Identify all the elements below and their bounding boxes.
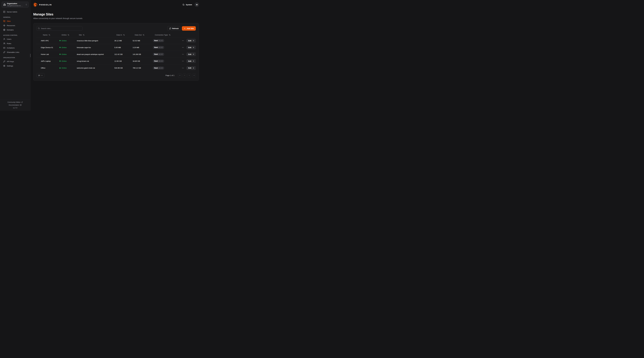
- column-label: Data In: [116, 34, 122, 36]
- row-menu-cell: [176, 53, 186, 56]
- arrow-right-icon: [192, 60, 194, 62]
- sidebar-footer: Community Edition Documentation v1.7.0: [0, 99, 30, 111]
- connection-type-cell: Newtv1.3.2: [153, 66, 176, 70]
- sidebar-item-resources[interactable]: Resources: [2, 24, 28, 27]
- sidebar-resize-handle[interactable]: [30, 54, 31, 57]
- sidebar-item-api-keys[interactable]: API Keys: [2, 60, 28, 63]
- page-size-select[interactable]: 20: [36, 73, 44, 78]
- toolbar-buttons: Refresh Add Site: [167, 26, 196, 31]
- server-icon: [3, 11, 5, 13]
- edit-button[interactable]: Edit: [186, 66, 196, 70]
- ellipsis-icon: [182, 40, 184, 42]
- edit-button[interactable]: Edit: [186, 52, 196, 56]
- sidebar-item-shareable-links[interactable]: Shareable Links: [2, 50, 28, 54]
- sidebar-item-label: Sites: [7, 20, 11, 22]
- globe-icon: [3, 29, 5, 31]
- edit-button[interactable]: Edit: [186, 39, 196, 42]
- sort-icon: [123, 34, 125, 36]
- row-menu-button[interactable]: [181, 53, 184, 56]
- combine-icon: [3, 20, 5, 22]
- topbar-right: System M: [182, 2, 199, 7]
- column-header-connection-type[interactable]: Connection Type: [153, 34, 176, 36]
- org-selector[interactable]: Organization milo@fossorial.io's ...: [2, 2, 28, 7]
- status-label: Online: [62, 53, 66, 55]
- connection-type-cell: Newtv1.3.2: [153, 39, 176, 42]
- ellipsis-icon: [182, 67, 184, 69]
- chevrons-left-icon: [179, 74, 181, 76]
- sort-icon: [68, 34, 69, 36]
- connection-name: Newt: [154, 53, 158, 55]
- column-header-online[interactable]: Online: [60, 34, 77, 36]
- first-page-button[interactable]: [178, 73, 182, 78]
- external-link-icon: [21, 101, 23, 103]
- site-slug: vivacious-little-blue-penguin: [77, 40, 114, 42]
- search-input[interactable]: [36, 26, 82, 31]
- edit-cell: Edit: [186, 52, 196, 56]
- connection-type-badge: Newtv1.3.2: [153, 53, 164, 56]
- sidebar-item-domains[interactable]: Domains: [2, 28, 28, 32]
- refresh-button[interactable]: Refresh: [167, 26, 180, 31]
- row-menu-button[interactable]: [181, 39, 184, 42]
- brand-name: PANGOLIN: [39, 3, 52, 6]
- chevrons-up-down-icon: [25, 4, 27, 5]
- pangolin-logo[interactable]: PANGOLIN: [33, 2, 52, 7]
- chevron-left-icon: [184, 74, 186, 76]
- documentation-link[interactable]: Documentation: [0, 104, 30, 106]
- arrow-right-icon: [192, 67, 194, 69]
- org-selector-value: milo@fossorial.io's ...: [7, 5, 24, 7]
- site-status: Online: [60, 40, 77, 42]
- column-header-data-in[interactable]: Data In: [114, 34, 133, 36]
- table-row: Edge Device 01 Online fortunate-cape-fox…: [36, 44, 196, 51]
- sidebar-item-invitations[interactable]: Invitations: [2, 46, 28, 50]
- sidebar-item-sites[interactable]: Sites: [2, 19, 28, 23]
- site-slug: smug-brown-rat: [77, 60, 114, 62]
- edit-button[interactable]: Edit: [186, 46, 196, 49]
- add-site-button[interactable]: Add Site: [182, 26, 196, 31]
- column-header-data-out[interactable]: Data Out: [133, 34, 153, 36]
- ellipsis-icon: [182, 53, 184, 55]
- site-name: Home Lab: [41, 53, 60, 55]
- column-header-name[interactable]: Name: [41, 34, 60, 36]
- site-status: Online: [60, 60, 77, 62]
- sidebar-item-label: Users: [7, 38, 11, 40]
- avatar[interactable]: M: [194, 2, 199, 7]
- data-in: 5.00 MB: [114, 46, 133, 48]
- site-slug: welcome-giant-mole-rat: [77, 67, 114, 69]
- page-subtitle: Allow connectivity to your network throu…: [33, 17, 199, 19]
- edit-button[interactable]: Edit: [186, 59, 196, 63]
- site-name: AWS VPC: [41, 40, 60, 42]
- column-header-site[interactable]: Site: [77, 34, 114, 36]
- user-icon: [3, 38, 5, 40]
- sidebar-item-server-admin[interactable]: Server Admin: [2, 10, 28, 14]
- row-menu-button[interactable]: [181, 46, 184, 49]
- sidebar-item-users[interactable]: Users: [2, 37, 28, 41]
- connection-type-badge: Newtv1.3.2: [153, 46, 164, 49]
- previous-page-button[interactable]: [183, 73, 186, 78]
- page-size-value: 20: [38, 74, 40, 76]
- link-icon: [3, 51, 5, 53]
- chevron-right-icon: [188, 74, 190, 76]
- online-dot-icon: [60, 61, 60, 62]
- users-icon: [3, 42, 5, 44]
- data-out: 780.12 GB: [133, 67, 153, 69]
- theme-toggle[interactable]: System: [182, 3, 192, 6]
- site-name: Office: [41, 67, 60, 69]
- sidebar-item-roles[interactable]: Roles: [2, 42, 28, 45]
- connection-name: Newt: [154, 46, 158, 48]
- pangolin-logo-icon: [33, 2, 38, 7]
- last-page-button[interactable]: [192, 73, 196, 78]
- table-header: Name Online Site Data In: [36, 33, 196, 37]
- connection-version: v1.3.2: [159, 60, 163, 62]
- sort-icon: [83, 34, 84, 36]
- row-menu-button[interactable]: [181, 66, 184, 70]
- community-edition-link[interactable]: Community Edition: [0, 101, 30, 103]
- next-page-button[interactable]: [188, 73, 191, 78]
- connection-name: Newt: [154, 67, 158, 69]
- sidebar-section-access-control: ACCESS CONTROL: [2, 34, 28, 36]
- sidebar-item-settings[interactable]: Settings: [2, 64, 28, 68]
- table-row: AWS VPC Online vivacious-little-blue-pen…: [36, 37, 196, 44]
- table-row: Home Lab Online dead-san-joaquin-antelop…: [36, 51, 196, 58]
- row-menu-button[interactable]: [181, 59, 184, 63]
- data-in: 12.65 GB: [114, 60, 133, 62]
- ellipsis-icon: [182, 60, 184, 62]
